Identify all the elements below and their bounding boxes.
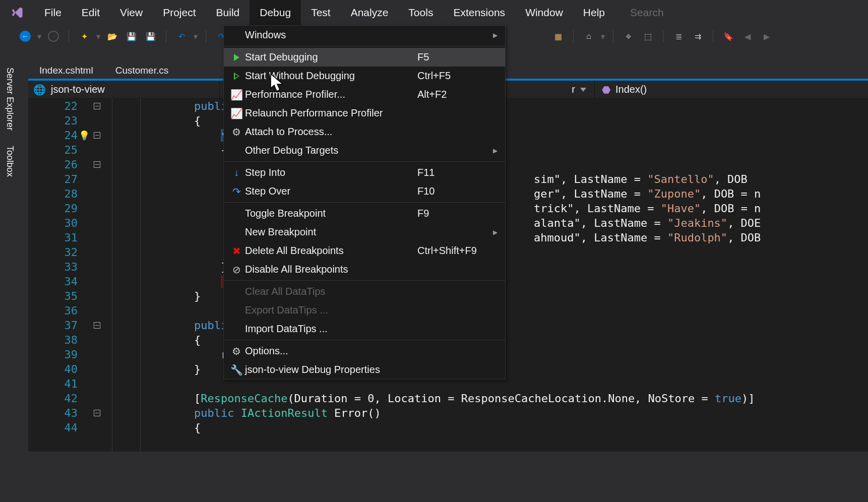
new-item-button[interactable]: ✦ [77,29,91,43]
attach-icon: ⚙ [228,126,245,138]
toolbar-button[interactable]: ⌂ [582,29,596,43]
code-line-tail[interactable]: sim", LastName = "Santello", DOB [534,172,754,186]
menu-item-windows[interactable]: Windows▶ [224,26,505,44]
gear-icon: ⚙ [228,345,245,357]
menu-item-relaunch-performance-profiler[interactable]: 📈Relaunch Performance Profiler [224,104,505,122]
toolbar-separator [166,30,166,42]
menu-item-delete-all-breakpoints[interactable]: ✖Delete All BreakpointsCtrl+Shift+F9 [224,241,505,260]
side-tab-toolbox[interactable]: Toolbox [0,139,19,184]
menu-analyze[interactable]: Analyze [341,0,399,25]
line-number: 28 [28,186,84,201]
toolbar-button[interactable]: ◀ [740,29,755,43]
fold-toggle-icon[interactable] [94,410,100,416]
code-line[interactable]: { [114,420,868,435]
lightbulb-icon[interactable]: 💡 [79,130,90,141]
line-number: 34 [28,274,84,289]
line-number: 24 [28,128,84,143]
menu-item-label: Toggle Breakpoint [245,208,417,219]
menu-item-import-datatips[interactable]: Import DataTips ... [224,320,505,338]
save-all-button[interactable]: 💾 [144,29,158,43]
nav-project-label: json-to-view [51,84,105,95]
submenu-arrow-icon: ▶ [493,32,505,39]
undo-button[interactable]: ↶ [174,29,189,43]
menu-item-disable-all-breakpoints[interactable]: ⊘Disable All Breakpoints [224,260,505,279]
document-tab[interactable]: Index.cshtml [28,61,104,79]
open-button[interactable]: 📂 [105,29,119,43]
menu-extensions[interactable]: Extensions [443,0,515,25]
toolbar-separator [713,30,713,42]
vs-logo-icon [10,6,24,20]
wrench-icon: 🔧 [228,364,245,376]
line-number: 43 [28,406,84,420]
menu-test[interactable]: Test [301,0,341,25]
nav-project-dropdown[interactable]: 🌐 json-to-view [28,81,220,98]
menu-item-label: Relaunch Performance Profiler [245,107,417,119]
menu-build[interactable]: Build [206,0,250,25]
menu-item-label: New Breakpoint [245,226,417,238]
toolbar-button[interactable]: ⬚ [641,29,655,43]
menu-item-options[interactable]: ⚙Options... [224,342,505,360]
toolbar-button[interactable]: ⇉ [691,29,705,43]
menu-item-label: Start Debugging [245,51,417,63]
toolbar-button[interactable]: ≣ [671,29,686,43]
menu-item-label: Step Into [245,167,417,178]
menu-item-performance-profiler[interactable]: 📈Performance Profiler...Alt+F2 [224,85,505,104]
nav-back-button[interactable]: ← [18,29,32,43]
menu-project[interactable]: Project [153,0,206,25]
menu-item-json-to-view-debug-properties[interactable]: 🔧json-to-view Debug Properties [224,360,505,379]
line-number: 41 [28,377,84,391]
menu-item-start-without-debugging[interactable]: Start Without DebuggingCtrl+F5 [224,67,505,85]
chevron-down-icon [580,88,586,92]
menu-item-shortcut: F9 [417,208,493,219]
menu-item-label: Clear All DataTips [245,286,417,297]
menu-item-shortcut: F10 [417,185,493,197]
menu-item-start-debugging[interactable]: Start DebuggingF5 [224,48,505,67]
code-line-tail[interactable]: ger", LastName = "Zupone", DOB = n [534,186,761,201]
code-line[interactable]: [ResponseCache(Duration = 0, Location = … [114,391,868,406]
menu-item-other-debug-targets[interactable]: Other Debug Targets▶ [224,141,505,160]
nav-forward-button[interactable]: → [46,29,60,43]
fold-toggle-icon[interactable] [94,132,100,139]
menu-item-step-over[interactable]: ↷Step OverF10 [224,182,505,201]
menu-separator [224,340,505,340]
bookmark-button[interactable]: 🔖 [721,29,735,43]
menu-item-label: Performance Profiler... [245,89,417,100]
toolbar-button[interactable]: ⎆ [622,29,636,43]
toolbar-separator [613,30,613,42]
menu-file[interactable]: File [34,0,72,25]
menu-item-shortcut: F5 [417,51,493,63]
side-tab-server-explorer[interactable]: Server Explorer [0,60,19,138]
menu-view[interactable]: View [110,0,153,25]
document-tab[interactable]: Customer.cs [104,61,180,79]
search-input[interactable]: Search [630,7,664,19]
play-outline-icon [228,73,245,80]
line-number: 37 [28,318,84,333]
menu-item-step-into[interactable]: ↓Step IntoF11 [224,163,505,182]
menu-item-export-datatips: Export DataTips ... [224,301,505,320]
menu-help[interactable]: Help [573,0,615,25]
menu-item-label: Options... [245,345,417,357]
fold-toggle-icon[interactable] [94,161,100,168]
code-line-tail[interactable]: ahmoud", LastName = "Rudolph", DOB [534,230,761,245]
fold-toggle-icon[interactable] [94,103,100,109]
line-number: 31 [28,230,84,245]
menu-item-toggle-breakpoint[interactable]: Toggle BreakpointF9 [224,204,505,223]
menu-item-shortcut: Ctrl+F5 [417,70,493,82]
toolbar-button[interactable]: ▦ [551,29,565,43]
fold-toggle-icon[interactable] [94,322,100,329]
line-number: 26 [28,157,84,172]
nav-method-dropdown[interactable]: ⬣ Index() [597,81,868,98]
menu-item-shortcut: Alt+F2 [417,89,493,100]
menu-item-label: json-to-view Debug Properties [245,364,417,375]
save-button[interactable]: 💾 [125,29,139,43]
code-line[interactable]: public IActionResult Error() [114,406,868,420]
menu-tools[interactable]: Tools [398,0,443,25]
menu-edit[interactable]: Edit [72,0,110,25]
menu-item-attach-to-process[interactable]: ⚙Attach to Process... [224,122,505,141]
code-line-tail[interactable]: trick", LastName = "Have", DOB = n [534,201,761,216]
toolbar-button[interactable]: ▶ [760,29,774,43]
menu-item-new-breakpoint[interactable]: New Breakpoint▶ [224,223,505,241]
code-line-tail[interactable]: alanta", LastName = "Jeakins", DOE [534,216,761,230]
menu-debug[interactable]: Debug [250,0,301,25]
menu-window[interactable]: Window [515,0,573,25]
